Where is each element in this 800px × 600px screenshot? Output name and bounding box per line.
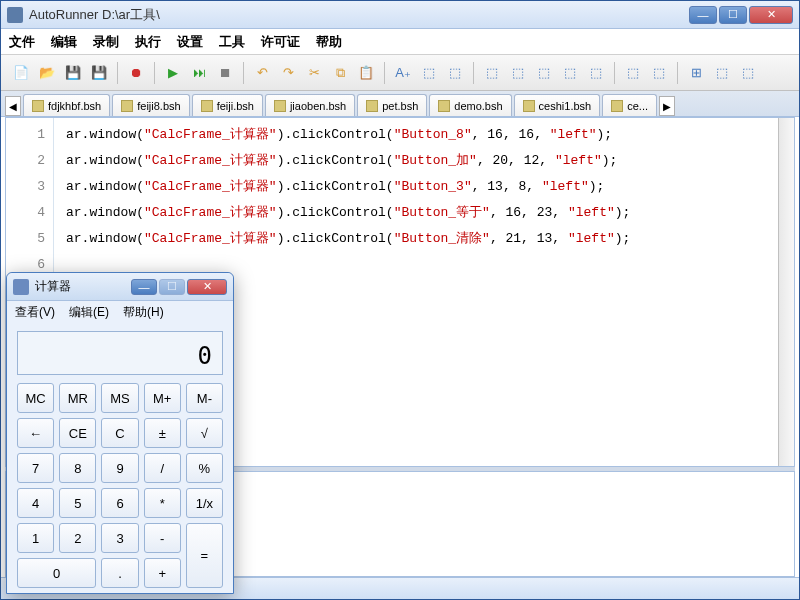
tool5-icon[interactable]: ⬚ (532, 61, 556, 85)
cut-icon[interactable]: ✂ (302, 61, 326, 85)
calc-eq-button[interactable]: = (186, 523, 223, 588)
file-icon (366, 100, 378, 112)
calc-8-button[interactable]: 8 (59, 453, 96, 483)
calc-mc-button[interactable]: MC (17, 383, 54, 413)
play-icon[interactable]: ▶ (161, 61, 185, 85)
calc-mplus-button[interactable]: M+ (144, 383, 181, 413)
file-icon (438, 100, 450, 112)
paste-icon[interactable]: 📋 (354, 61, 378, 85)
main-toolbar: 📄 📂 💾 💾 ⏺ ▶ ⏭ ⏹ ↶ ↷ ✂ ⧉ 📋 A₊ ⬚ ⬚ ⬚ ⬚ ⬚ ⬚… (1, 55, 799, 91)
calc-c-button[interactable]: C (101, 418, 138, 448)
calc-div-button[interactable]: / (144, 453, 181, 483)
calc-pct-button[interactable]: % (186, 453, 223, 483)
main-titlebar[interactable]: AutoRunner D:\ar工具\ — ☐ ✕ (1, 1, 799, 29)
tab-file[interactable]: ce... (602, 94, 657, 116)
calc-0-button[interactable]: 0 (17, 558, 96, 588)
calc-title: 计算器 (35, 278, 131, 295)
save-icon[interactable]: 💾 (61, 61, 85, 85)
vertical-scrollbar[interactable] (778, 118, 794, 466)
calc-ce-button[interactable]: CE (59, 418, 96, 448)
tab-file[interactable]: pet.bsh (357, 94, 427, 116)
tab-file[interactable]: feiji.bsh (192, 94, 263, 116)
tool2-icon[interactable]: ⬚ (443, 61, 467, 85)
play-step-icon[interactable]: ⏭ (187, 61, 211, 85)
menu-file[interactable]: 文件 (9, 33, 35, 51)
calc-1-button[interactable]: 1 (17, 523, 54, 553)
redo-icon[interactable]: ↷ (276, 61, 300, 85)
file-icon (611, 100, 623, 112)
calc-maximize-button: ☐ (159, 279, 185, 295)
tool9-icon[interactable]: ⬚ (647, 61, 671, 85)
main-menubar: 文件 编辑 录制 执行 设置 工具 许可证 帮助 (1, 29, 799, 55)
new-icon[interactable]: 📄 (9, 61, 33, 85)
calc-mminus-button[interactable]: M- (186, 383, 223, 413)
tool1-icon[interactable]: ⬚ (417, 61, 441, 85)
calc-7-button[interactable]: 7 (17, 453, 54, 483)
calc-keypad: MC MR MS M+ M- ← CE C ± √ 7 8 9 / % 4 5 … (7, 383, 233, 598)
calc-neg-button[interactable]: ± (144, 418, 181, 448)
stop-icon[interactable]: ⏹ (213, 61, 237, 85)
calc-menubar: 查看(V) 编辑(E) 帮助(H) (7, 301, 233, 323)
tool4-icon[interactable]: ⬚ (506, 61, 530, 85)
calc-back-button[interactable]: ← (17, 418, 54, 448)
calc-menu-edit[interactable]: 编辑(E) (69, 304, 109, 321)
calc-close-button[interactable]: ✕ (187, 279, 227, 295)
record-icon[interactable]: ⏺ (124, 61, 148, 85)
calc-menu-view[interactable]: 查看(V) (15, 304, 55, 321)
calc-add-button[interactable]: + (144, 558, 181, 588)
menu-settings[interactable]: 设置 (177, 33, 203, 51)
menu-help[interactable]: 帮助 (316, 33, 342, 51)
font-icon[interactable]: A₊ (391, 61, 415, 85)
tab-file[interactable]: fdjkhbf.bsh (23, 94, 110, 116)
calc-sqrt-button[interactable]: √ (186, 418, 223, 448)
tool11-icon[interactable]: ⬚ (710, 61, 734, 85)
tool3-icon[interactable]: ⬚ (480, 61, 504, 85)
calc-mr-button[interactable]: MR (59, 383, 96, 413)
calc-menu-help[interactable]: 帮助(H) (123, 304, 164, 321)
file-icon (201, 100, 213, 112)
tab-file[interactable]: ceshi1.bsh (514, 94, 601, 116)
calc-app-icon (13, 279, 29, 295)
open-icon[interactable]: 📂 (35, 61, 59, 85)
calculator-window: 计算器 — ☐ ✕ 查看(V) 编辑(E) 帮助(H) 0 MC MR MS M… (6, 272, 234, 594)
menu-edit[interactable]: 编辑 (51, 33, 77, 51)
calc-recip-button[interactable]: 1/x (186, 488, 223, 518)
copy-icon[interactable]: ⧉ (328, 61, 352, 85)
calc-minimize-button[interactable]: — (131, 279, 157, 295)
menu-run[interactable]: 执行 (135, 33, 161, 51)
calc-6-button[interactable]: 6 (101, 488, 138, 518)
tool6-icon[interactable]: ⬚ (558, 61, 582, 85)
calc-9-button[interactable]: 9 (101, 453, 138, 483)
file-icon (121, 100, 133, 112)
close-button[interactable]: ✕ (749, 6, 793, 24)
calc-dot-button[interactable]: . (101, 558, 138, 588)
calc-mul-button[interactable]: * (144, 488, 181, 518)
tab-prev-button[interactable]: ◀ (5, 96, 21, 116)
tab-file[interactable]: jiaoben.bsh (265, 94, 355, 116)
tab-strip: ◀ fdjkhbf.bsh feiji8.bsh feiji.bsh jiaob… (1, 91, 799, 117)
calc-sub-button[interactable]: - (144, 523, 181, 553)
undo-icon[interactable]: ↶ (250, 61, 274, 85)
maximize-button[interactable]: ☐ (719, 6, 747, 24)
calc-5-button[interactable]: 5 (59, 488, 96, 518)
app-icon (7, 7, 23, 23)
calc-2-button[interactable]: 2 (59, 523, 96, 553)
file-icon (523, 100, 535, 112)
tool8-icon[interactable]: ⬚ (621, 61, 645, 85)
file-icon (32, 100, 44, 112)
saveall-icon[interactable]: 💾 (87, 61, 111, 85)
menu-tools[interactable]: 工具 (219, 33, 245, 51)
calc-titlebar[interactable]: 计算器 — ☐ ✕ (7, 273, 233, 301)
tool10-icon[interactable]: ⊞ (684, 61, 708, 85)
menu-record[interactable]: 录制 (93, 33, 119, 51)
calc-ms-button[interactable]: MS (101, 383, 138, 413)
calc-4-button[interactable]: 4 (17, 488, 54, 518)
menu-license[interactable]: 许可证 (261, 33, 300, 51)
tab-file[interactable]: demo.bsh (429, 94, 511, 116)
tool12-icon[interactable]: ⬚ (736, 61, 760, 85)
tool7-icon[interactable]: ⬚ (584, 61, 608, 85)
tab-next-button[interactable]: ▶ (659, 96, 675, 116)
minimize-button[interactable]: — (689, 6, 717, 24)
calc-3-button[interactable]: 3 (101, 523, 138, 553)
tab-file[interactable]: feiji8.bsh (112, 94, 189, 116)
